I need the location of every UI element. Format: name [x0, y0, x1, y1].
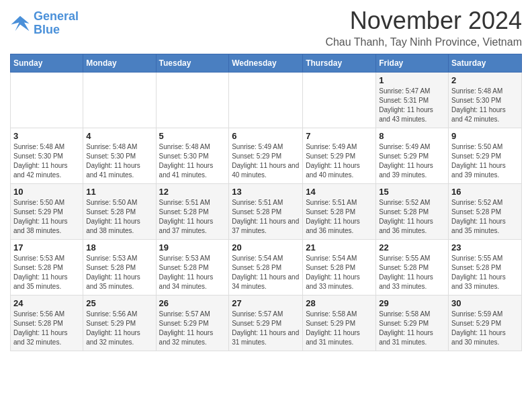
calendar-cell: 17Sunrise: 5:53 AM Sunset: 5:28 PM Dayli… — [11, 240, 83, 295]
day-number: 25 — [86, 298, 152, 308]
calendar-table: SundayMondayTuesdayWednesdayThursdayFrid… — [10, 54, 522, 351]
day-detail: Sunrise: 5:54 AM Sunset: 5:28 PM Dayligh… — [306, 254, 373, 291]
calendar-cell: 26Sunrise: 5:57 AM Sunset: 5:29 PM Dayli… — [156, 295, 229, 351]
day-number: 22 — [379, 242, 445, 253]
header: General Blue November 2024 Chau Thanh, T… — [10, 7, 522, 48]
day-detail: Sunrise: 5:53 AM Sunset: 5:28 PM Dayligh… — [159, 254, 226, 291]
logo: General Blue — [10, 10, 79, 37]
day-number: 3 — [13, 131, 80, 141]
calendar-cell: 20Sunrise: 5:54 AM Sunset: 5:28 PM Dayli… — [229, 240, 303, 295]
day-number: 9 — [451, 131, 519, 141]
day-detail: Sunrise: 5:52 AM Sunset: 5:28 PM Dayligh… — [451, 198, 519, 236]
day-number: 13 — [232, 187, 300, 197]
day-number: 20 — [232, 242, 300, 253]
calendar-cell: 9Sunrise: 5:50 AM Sunset: 5:29 PM Daylig… — [449, 128, 522, 184]
day-detail: Sunrise: 5:57 AM Sunset: 5:29 PM Dayligh… — [159, 310, 226, 347]
calendar-cell: 6Sunrise: 5:49 AM Sunset: 5:29 PM Daylig… — [229, 128, 303, 184]
calendar-cell: 29Sunrise: 5:58 AM Sunset: 5:29 PM Dayli… — [376, 295, 449, 351]
calendar-cell: 19Sunrise: 5:53 AM Sunset: 5:28 PM Dayli… — [156, 240, 229, 295]
calendar-cell: 21Sunrise: 5:54 AM Sunset: 5:28 PM Dayli… — [303, 240, 376, 295]
day-detail: Sunrise: 5:49 AM Sunset: 5:29 PM Dayligh… — [232, 142, 300, 180]
day-detail: Sunrise: 5:51 AM Sunset: 5:28 PM Dayligh… — [232, 198, 300, 236]
day-number: 14 — [306, 187, 373, 197]
calendar-cell: 8Sunrise: 5:49 AM Sunset: 5:29 PM Daylig… — [376, 128, 449, 184]
day-detail: Sunrise: 5:50 AM Sunset: 5:29 PM Dayligh… — [451, 142, 519, 180]
title-area: November 2024 Chau Thanh, Tay Ninh Provi… — [325, 7, 522, 48]
day-number: 1 — [379, 75, 445, 85]
logo-text: General Blue — [34, 10, 79, 37]
calendar-cell: 4Sunrise: 5:48 AM Sunset: 5:30 PM Daylig… — [83, 128, 156, 184]
header-day-monday: Monday — [83, 54, 156, 73]
header-day-friday: Friday — [376, 54, 449, 73]
logo-icon — [10, 13, 30, 34]
calendar-cell — [156, 73, 229, 128]
day-number: 5 — [159, 131, 226, 141]
day-detail: Sunrise: 5:52 AM Sunset: 5:28 PM Dayligh… — [379, 198, 445, 236]
calendar-cell: 18Sunrise: 5:53 AM Sunset: 5:28 PM Dayli… — [83, 240, 156, 295]
day-number: 29 — [379, 298, 445, 308]
day-number: 21 — [306, 242, 373, 253]
day-number: 27 — [232, 298, 300, 308]
day-detail: Sunrise: 5:50 AM Sunset: 5:29 PM Dayligh… — [13, 198, 80, 236]
day-number: 17 — [13, 242, 80, 253]
day-number: 28 — [306, 298, 373, 308]
calendar-week-row: 3Sunrise: 5:48 AM Sunset: 5:30 PM Daylig… — [11, 128, 522, 184]
day-detail: Sunrise: 5:48 AM Sunset: 5:30 PM Dayligh… — [86, 142, 152, 180]
calendar-week-row: 17Sunrise: 5:53 AM Sunset: 5:28 PM Dayli… — [11, 240, 522, 295]
calendar-cell: 1Sunrise: 5:47 AM Sunset: 5:31 PM Daylig… — [376, 73, 449, 128]
calendar-week-row: 1Sunrise: 5:47 AM Sunset: 5:31 PM Daylig… — [11, 73, 522, 128]
day-number: 10 — [13, 187, 80, 197]
calendar-cell: 10Sunrise: 5:50 AM Sunset: 5:29 PM Dayli… — [11, 184, 83, 240]
day-number: 15 — [379, 187, 445, 197]
header-day-wednesday: Wednesday — [229, 54, 303, 73]
day-detail: Sunrise: 5:50 AM Sunset: 5:28 PM Dayligh… — [86, 198, 152, 236]
day-number: 7 — [306, 131, 373, 141]
calendar-week-row: 24Sunrise: 5:56 AM Sunset: 5:28 PM Dayli… — [11, 295, 522, 351]
calendar-cell: 23Sunrise: 5:55 AM Sunset: 5:28 PM Dayli… — [449, 240, 522, 295]
day-detail: Sunrise: 5:56 AM Sunset: 5:29 PM Dayligh… — [86, 310, 152, 347]
calendar-cell: 12Sunrise: 5:51 AM Sunset: 5:28 PM Dayli… — [156, 184, 229, 240]
day-detail: Sunrise: 5:49 AM Sunset: 5:29 PM Dayligh… — [306, 142, 373, 180]
header-day-saturday: Saturday — [449, 54, 522, 73]
calendar-cell — [303, 73, 376, 128]
calendar-cell: 28Sunrise: 5:58 AM Sunset: 5:29 PM Dayli… — [303, 295, 376, 351]
calendar-cell: 11Sunrise: 5:50 AM Sunset: 5:28 PM Dayli… — [83, 184, 156, 240]
svg-marker-0 — [11, 16, 30, 32]
day-detail: Sunrise: 5:54 AM Sunset: 5:28 PM Dayligh… — [232, 254, 300, 291]
day-number: 24 — [13, 298, 80, 308]
day-detail: Sunrise: 5:55 AM Sunset: 5:28 PM Dayligh… — [379, 254, 445, 291]
day-number: 19 — [159, 242, 226, 253]
day-detail: Sunrise: 5:53 AM Sunset: 5:28 PM Dayligh… — [86, 254, 152, 291]
day-number: 12 — [159, 187, 226, 197]
calendar-cell: 24Sunrise: 5:56 AM Sunset: 5:28 PM Dayli… — [11, 295, 83, 351]
day-detail: Sunrise: 5:47 AM Sunset: 5:31 PM Dayligh… — [379, 87, 445, 124]
day-number: 16 — [451, 187, 519, 197]
day-detail: Sunrise: 5:48 AM Sunset: 5:30 PM Dayligh… — [13, 142, 80, 180]
calendar-cell: 3Sunrise: 5:48 AM Sunset: 5:30 PM Daylig… — [11, 128, 83, 184]
day-number: 18 — [86, 242, 152, 253]
calendar-cell: 5Sunrise: 5:48 AM Sunset: 5:30 PM Daylig… — [156, 128, 229, 184]
calendar-cell — [83, 73, 156, 128]
calendar-header-row: SundayMondayTuesdayWednesdayThursdayFrid… — [11, 54, 522, 73]
day-number: 23 — [451, 242, 519, 253]
calendar-cell: 27Sunrise: 5:57 AM Sunset: 5:29 PM Dayli… — [229, 295, 303, 351]
calendar-cell: 16Sunrise: 5:52 AM Sunset: 5:28 PM Dayli… — [449, 184, 522, 240]
day-number: 11 — [86, 187, 152, 197]
day-detail: Sunrise: 5:58 AM Sunset: 5:29 PM Dayligh… — [379, 310, 445, 347]
day-detail: Sunrise: 5:48 AM Sunset: 5:30 PM Dayligh… — [451, 87, 519, 124]
day-number: 8 — [379, 131, 445, 141]
day-detail: Sunrise: 5:56 AM Sunset: 5:28 PM Dayligh… — [13, 310, 80, 347]
day-detail: Sunrise: 5:49 AM Sunset: 5:29 PM Dayligh… — [379, 142, 445, 180]
header-day-sunday: Sunday — [11, 54, 83, 73]
logo-line2: Blue — [34, 23, 60, 36]
header-day-thursday: Thursday — [303, 54, 376, 73]
day-detail: Sunrise: 5:57 AM Sunset: 5:29 PM Dayligh… — [232, 310, 300, 347]
calendar-cell: 15Sunrise: 5:52 AM Sunset: 5:28 PM Dayli… — [376, 184, 449, 240]
month-title: November 2024 — [325, 7, 522, 35]
calendar-cell: 7Sunrise: 5:49 AM Sunset: 5:29 PM Daylig… — [303, 128, 376, 184]
calendar-cell: 25Sunrise: 5:56 AM Sunset: 5:29 PM Dayli… — [83, 295, 156, 351]
calendar-cell: 22Sunrise: 5:55 AM Sunset: 5:28 PM Dayli… — [376, 240, 449, 295]
day-number: 2 — [451, 75, 519, 85]
location-title: Chau Thanh, Tay Ninh Province, Vietnam — [325, 36, 522, 48]
day-detail: Sunrise: 5:51 AM Sunset: 5:28 PM Dayligh… — [306, 198, 373, 236]
